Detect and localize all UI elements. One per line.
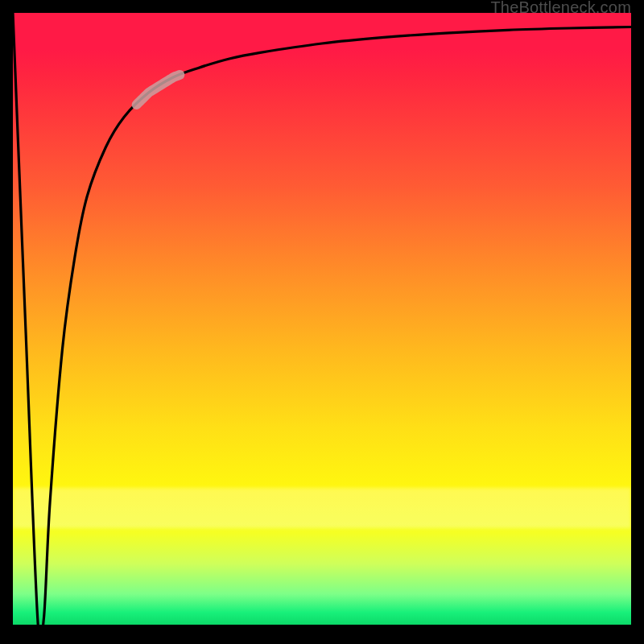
curve-svg xyxy=(13,13,631,625)
frame-right xyxy=(631,0,644,644)
credit-text: TheBottleneck.com xyxy=(490,0,631,17)
frame-bottom xyxy=(0,625,644,644)
chart-stage: TheBottleneck.com xyxy=(0,0,644,644)
frame-left xyxy=(0,0,13,644)
curve-highlight-segment xyxy=(137,75,180,105)
plot-area xyxy=(13,13,631,625)
bottleneck-curve-path xyxy=(13,13,631,625)
